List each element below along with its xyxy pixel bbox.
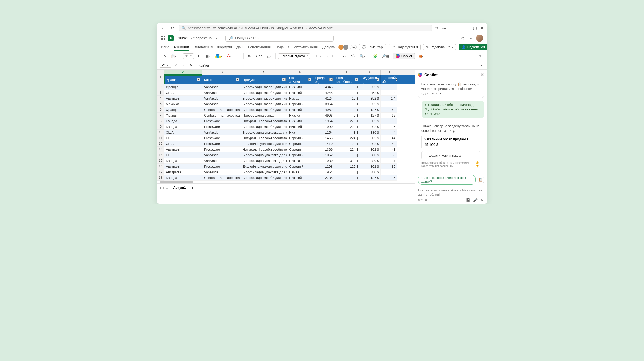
filter-icon[interactable]: ▾: [308, 78, 312, 81]
cell[interactable]: 380 $: [360, 169, 381, 175]
cell[interactable]: 312 $: [334, 158, 360, 164]
analyze-data-button[interactable]: 🔎▦: [380, 53, 390, 59]
align-button[interactable]: ≡: [246, 53, 252, 59]
cell[interactable]: Франція: [164, 84, 202, 90]
cell[interactable]: Франція: [164, 107, 202, 113]
cell[interactable]: 62: [381, 113, 397, 118]
tab-view[interactable]: Подання: [275, 44, 290, 51]
cell[interactable]: Біорозкладні засоби для чищенн: [241, 84, 287, 90]
cell[interactable]: 380 $: [360, 158, 381, 164]
tab-insert[interactable]: Вставлення: [194, 44, 213, 51]
col-header[interactable]: H: [381, 70, 397, 75]
row-header[interactable]: 10: [157, 130, 164, 135]
copilot-prompt-guide-icon[interactable]: 📋: [478, 177, 484, 183]
cell[interactable]: Середній: [287, 101, 313, 107]
cell[interactable]: Contoso Pharmaceuticals: [202, 113, 241, 118]
cell[interactable]: VanArsdel: [202, 130, 241, 135]
cell[interactable]: 10 $: [334, 96, 360, 101]
col-header[interactable]: B: [202, 70, 241, 75]
cell[interactable]: 36: [381, 169, 397, 175]
cell[interactable]: Високий: [287, 124, 313, 130]
cell[interactable]: 4903: [313, 113, 334, 118]
cell[interactable]: Біорозкладна упаковка для харч: [241, 130, 287, 135]
cell[interactable]: 120 $: [334, 141, 360, 147]
cell[interactable]: Австралія: [164, 96, 202, 101]
minimize-icon[interactable]: —: [465, 26, 469, 30]
tab-automate[interactable]: Автоматизація: [294, 44, 318, 51]
cell[interactable]: 1990: [313, 124, 334, 130]
paste-button[interactable]: 📋: [170, 53, 177, 59]
cell[interactable]: 5 $: [334, 113, 360, 118]
cell[interactable]: США: [164, 141, 202, 147]
sheet-tab[interactable]: Аркуш1: [170, 185, 189, 191]
cell[interactable]: Перероблена банка: [241, 113, 287, 118]
cell[interactable]: Мексика: [164, 101, 202, 107]
col-header[interactable]: F: [334, 70, 360, 75]
cell[interactable]: Низький: [287, 107, 313, 113]
back-button[interactable]: ←: [160, 25, 166, 31]
cell[interactable]: 224 $: [334, 147, 360, 152]
tab-data[interactable]: Дані: [236, 44, 243, 51]
row-header[interactable]: 4: [157, 96, 164, 101]
notebook-icon[interactable]: 📓: [466, 198, 470, 202]
search-input[interactable]: 🔎 Пошук (Alt+Q): [225, 35, 334, 42]
send-icon[interactable]: ➤: [481, 198, 484, 202]
cell[interactable]: 302 $: [360, 118, 381, 124]
cell[interactable]: 1,3: [381, 101, 397, 107]
filter-icon[interactable]: ▾: [355, 78, 358, 81]
cell[interactable]: VanArsdel: [202, 169, 241, 175]
refresh-button[interactable]: ⟳: [170, 25, 176, 31]
spreadsheet-grid[interactable]: A B C D E F G H 1Країна▾Клієнт▾Продукт▾Р…: [157, 70, 415, 204]
cell[interactable]: VanArsdel: [202, 158, 241, 164]
copilot-ribbon-button[interactable]: Copilot: [393, 53, 415, 59]
address-bar[interactable]: 🔍 https://onedrive.live.com/:w:/t/EaCKkP…: [179, 25, 432, 31]
cell[interactable]: Низький: [287, 175, 313, 181]
tab-formulas[interactable]: Формули: [217, 44, 232, 51]
increase-decimal-button[interactable]: .00→: [312, 53, 323, 59]
editing-mode-button[interactable]: ✎Редагування: [423, 44, 456, 50]
more-icon[interactable]: ⋯: [468, 36, 472, 41]
cell[interactable]: 980: [313, 158, 334, 164]
document-name[interactable]: Книга1: [177, 36, 188, 40]
cell[interactable]: 10 $: [334, 90, 360, 96]
settings-icon[interactable]: ⚙: [461, 36, 465, 41]
cell[interactable]: США: [164, 152, 202, 158]
avatar[interactable]: [476, 35, 483, 42]
app-launcher-icon[interactable]: [161, 36, 165, 40]
cell[interactable]: 1369: [313, 147, 334, 152]
table-header-cell[interactable]: Рівень знижки▾: [287, 75, 313, 84]
filter-icon[interactable]: ▾: [329, 78, 333, 81]
cell[interactable]: Натуральні засоби особистої гігіє: [241, 135, 287, 141]
cell[interactable]: США: [164, 130, 202, 135]
cell[interactable]: 352 $: [360, 96, 381, 101]
row-header[interactable]: 11: [157, 135, 164, 141]
cell[interactable]: Proseware: [202, 147, 241, 152]
cell[interactable]: 1410: [313, 141, 334, 147]
cell[interactable]: Канада: [164, 124, 202, 130]
title-chevron-icon[interactable]: ▾: [216, 37, 217, 39]
cancel-formula-icon[interactable]: ✕: [173, 62, 179, 69]
undo-button[interactable]: ↶: [161, 53, 167, 59]
cell[interactable]: 4952: [313, 107, 334, 113]
favorite-icon[interactable]: ✩: [435, 26, 438, 30]
cell[interactable]: Австралія: [164, 169, 202, 175]
add-sheet-icon[interactable]: ＋: [191, 186, 194, 190]
cell[interactable]: Франція: [164, 113, 202, 118]
filter-icon[interactable]: ▾: [197, 78, 200, 81]
col-header[interactable]: C: [241, 70, 287, 75]
ribbon-chevron-icon[interactable]: ▾: [477, 53, 483, 59]
cell[interactable]: Немає: [287, 96, 313, 101]
horizontal-scrollbar[interactable]: [160, 181, 412, 183]
col-header[interactable]: E: [313, 70, 334, 75]
row-header[interactable]: 13: [157, 147, 164, 152]
cell[interactable]: 4245: [313, 90, 334, 96]
cell[interactable]: 302 $: [360, 135, 381, 141]
col-header[interactable]: D: [287, 70, 313, 75]
name-box[interactable]: A1▾: [160, 63, 171, 68]
cell[interactable]: Біорозкладні засоби для чищенн: [241, 101, 287, 107]
cell[interactable]: 302 $: [360, 141, 381, 147]
cell[interactable]: Австралія: [164, 164, 202, 169]
cell[interactable]: Proseware: [202, 124, 241, 130]
copilot-more-icon[interactable]: ⋯: [473, 72, 477, 77]
table-header-cell[interactable]: Клієнт▾: [202, 75, 241, 84]
